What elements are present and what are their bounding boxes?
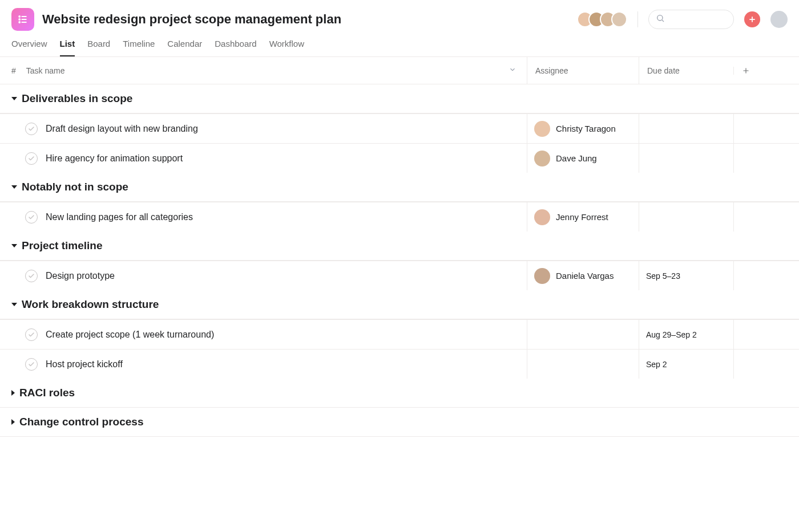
complete-check-icon[interactable]: [25, 123, 38, 135]
project-list-icon[interactable]: [11, 8, 34, 31]
complete-check-icon[interactable]: [25, 211, 38, 224]
task-due-cell[interactable]: [639, 114, 733, 143]
svg-point-2: [19, 19, 20, 20]
section-title: Deliverables in scope: [22, 92, 132, 105]
task-row[interactable]: Create project scope (1 week turnaround)…: [0, 319, 799, 349]
task-extra-cell: [733, 114, 799, 143]
assignee-name: Christy Taragon: [556, 124, 616, 133]
complete-check-icon[interactable]: [25, 328, 38, 341]
section-title: RACI roles: [19, 387, 75, 399]
task-assignee-cell[interactable]: Jenny Forrest: [527, 202, 639, 232]
task-due-cell[interactable]: Aug 29–Sep 2: [639, 320, 733, 349]
task-name[interactable]: Hire agency for animation support: [46, 153, 183, 164]
assignee-avatar: [534, 209, 550, 225]
task-assignee-cell[interactable]: Daniela Vargas: [527, 261, 639, 290]
svg-point-4: [19, 22, 20, 23]
complete-check-icon[interactable]: [25, 270, 38, 282]
section-header[interactable]: RACI roles: [0, 379, 799, 408]
section-title: Project timeline: [22, 239, 103, 252]
svg-point-0: [19, 16, 20, 17]
task-extra-cell: [733, 144, 799, 173]
task-assignee-cell[interactable]: Christy Taragon: [527, 114, 639, 143]
svg-point-6: [657, 15, 663, 21]
task-due-cell[interactable]: Sep 5–23: [639, 261, 733, 290]
task-row[interactable]: Hire agency for animation supportDave Ju…: [0, 143, 799, 173]
caret-right-icon[interactable]: [11, 419, 15, 425]
caret-right-icon[interactable]: [11, 390, 15, 396]
assignee-name: Dave Jung: [556, 153, 597, 163]
task-due-cell[interactable]: Sep 2: [639, 350, 733, 379]
section-header[interactable]: Work breakdown structure: [0, 290, 799, 319]
column-assignee[interactable]: Assignee: [527, 57, 639, 84]
column-headers: # Task name Assignee Due date: [0, 57, 799, 84]
search-icon: [656, 14, 665, 25]
task-name[interactable]: Create project scope (1 week turnaround): [46, 330, 214, 340]
due-date-text: Sep 5–23: [646, 271, 680, 281]
assignee-name: Jenny Forrest: [556, 212, 608, 222]
divider: [637, 11, 638, 27]
column-due-date[interactable]: Due date: [639, 57, 733, 84]
due-date-text: Sep 2: [646, 360, 667, 369]
task-name[interactable]: New landing pages for all categories: [46, 212, 193, 222]
section-title: Notably not in scope: [22, 181, 128, 193]
section-title: Change control process: [19, 416, 144, 428]
task-assignee-cell[interactable]: Dave Jung: [527, 144, 639, 173]
task-extra-cell: [733, 350, 799, 379]
task-assignee-cell[interactable]: [527, 350, 639, 379]
assignee-avatar: [534, 268, 550, 284]
complete-check-icon[interactable]: [25, 358, 38, 371]
project-tabs: OverviewListBoardTimelineCalendarDashboa…: [0, 31, 799, 57]
task-due-cell[interactable]: [639, 202, 733, 232]
caret-down-icon[interactable]: [11, 97, 17, 100]
assignee-name: Daniela Vargas: [556, 271, 614, 281]
current-user-avatar[interactable]: [770, 11, 788, 28]
section-header[interactable]: Deliverables in scope: [0, 84, 799, 113]
caret-down-icon[interactable]: [11, 185, 17, 189]
task-due-cell[interactable]: [639, 144, 733, 173]
search-input[interactable]: [648, 10, 734, 29]
section-title: Work breakdown structure: [22, 298, 159, 311]
project-title[interactable]: Website redesign project scope managemen…: [42, 12, 341, 27]
member-avatars[interactable]: [577, 11, 627, 27]
task-row[interactable]: Design prototypeDaniela VargasSep 5–23: [0, 261, 799, 290]
svg-line-7: [662, 20, 664, 22]
tab-calendar[interactable]: Calendar: [167, 39, 202, 56]
assignee-avatar: [534, 151, 550, 166]
caret-down-icon[interactable]: [11, 244, 17, 247]
due-date-text: Aug 29–Sep 2: [646, 330, 697, 339]
task-extra-cell: [733, 202, 799, 232]
tab-timeline[interactable]: Timeline: [123, 39, 155, 56]
complete-check-icon[interactable]: [25, 152, 38, 165]
tab-dashboard[interactable]: Dashboard: [215, 39, 256, 56]
tab-overview[interactable]: Overview: [11, 39, 47, 56]
task-name[interactable]: Draft design layout with new branding: [46, 124, 198, 134]
task-row[interactable]: Draft design layout with new brandingChr…: [0, 113, 799, 143]
tab-board[interactable]: Board: [87, 39, 110, 56]
column-task-name[interactable]: Task name: [26, 66, 65, 75]
assignee-avatar: [534, 121, 550, 137]
caret-down-icon[interactable]: [11, 303, 17, 306]
member-avatar[interactable]: [611, 11, 627, 27]
task-row[interactable]: Host project kickoffSep 2: [0, 349, 799, 379]
task-row[interactable]: New landing pages for all categoriesJenn…: [0, 202, 799, 232]
task-extra-cell: [733, 320, 799, 349]
task-extra-cell: [733, 261, 799, 290]
section-header[interactable]: Notably not in scope: [0, 173, 799, 202]
add-column-button[interactable]: [733, 67, 799, 75]
task-name[interactable]: Host project kickoff: [46, 359, 123, 369]
add-button[interactable]: [744, 11, 760, 27]
task-assignee-cell[interactable]: [527, 320, 639, 349]
section-header[interactable]: Project timeline: [0, 232, 799, 261]
tab-list[interactable]: List: [60, 39, 75, 56]
section-header[interactable]: Change control process: [0, 408, 799, 437]
column-number: #: [11, 66, 16, 75]
chevron-down-icon[interactable]: [509, 66, 516, 75]
tab-workflow[interactable]: Workflow: [269, 39, 304, 56]
task-name[interactable]: Design prototype: [46, 271, 115, 281]
